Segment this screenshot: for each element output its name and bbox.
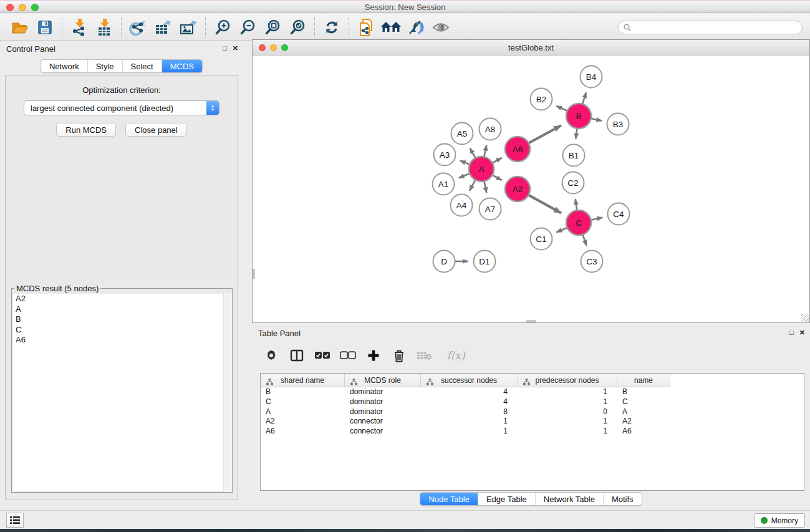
graph-edge-A-A8[interactable] <box>484 145 486 157</box>
graph-node-B1[interactable]: B1 <box>563 145 585 167</box>
table-cell[interactable]: 8 <box>421 407 518 417</box>
table-cell[interactable]: 1 <box>518 387 617 397</box>
search-field[interactable] <box>618 21 803 34</box>
resize-grip[interactable] <box>801 314 809 322</box>
table-cell[interactable]: 1 <box>421 417 518 427</box>
export-network-button[interactable] <box>126 16 151 39</box>
column-view-button[interactable] <box>289 347 305 364</box>
graph-edge-A-A4[interactable] <box>470 180 476 191</box>
graph-edge-A6-B[interactable] <box>529 125 561 143</box>
close-window-button[interactable] <box>6 4 14 11</box>
graph-node-D1[interactable]: D1 <box>474 251 496 273</box>
mcds-result-item[interactable]: A6 <box>13 335 231 346</box>
maximize-window-button[interactable] <box>31 4 39 11</box>
graph-edge-B-B4[interactable] <box>582 92 586 104</box>
graph-node-A[interactable]: A <box>469 157 494 181</box>
graph-node-A3[interactable]: A3 <box>434 144 456 166</box>
select-all-columns-button[interactable] <box>314 347 330 364</box>
table-cell[interactable]: B <box>261 387 345 397</box>
graph-edge-A-A5[interactable] <box>470 148 476 158</box>
save-session-button[interactable] <box>32 16 57 39</box>
table-cell[interactable]: C <box>261 397 345 407</box>
graph-node-A8[interactable]: A8 <box>480 118 501 140</box>
table-cell[interactable]: dominator <box>345 407 421 417</box>
table-cell[interactable]: B <box>617 387 670 397</box>
close-panel-icon[interactable]: ✕ <box>799 329 805 336</box>
graph-edge-C-C2[interactable] <box>576 199 577 210</box>
graph-node-B2[interactable]: B2 <box>531 89 552 110</box>
result-scrollbar-track[interactable] <box>223 293 232 492</box>
table-row[interactable]: Cdominator41C <box>261 397 804 407</box>
mcds-result-item[interactable]: B <box>13 314 231 325</box>
export-table-button[interactable] <box>151 16 176 39</box>
open-session-button[interactable] <box>7 16 32 39</box>
import-table-button[interactable] <box>92 16 117 39</box>
refresh-button[interactable] <box>319 16 344 39</box>
table-cell[interactable]: A6 <box>617 427 670 437</box>
graph-node-C4[interactable]: C4 <box>608 203 630 225</box>
table-cell[interactable]: A6 <box>261 427 345 437</box>
graph-node-B4[interactable]: B4 <box>581 66 602 88</box>
export-image-button[interactable] <box>176 16 201 39</box>
float-panel-icon[interactable]: □ <box>789 329 794 336</box>
graph-node-C2[interactable]: C2 <box>562 172 584 194</box>
tab-network-table[interactable]: Network Table <box>535 493 603 505</box>
graph-edge-A2-C[interactable] <box>529 195 561 213</box>
home-button[interactable] <box>378 16 403 39</box>
table-cell[interactable]: A <box>261 407 345 417</box>
graph-node-C[interactable]: C <box>566 210 591 235</box>
graph-edge-B-B3[interactable] <box>591 118 602 121</box>
graph-node-D[interactable]: D <box>433 251 455 273</box>
network-canvas[interactable]: B4B2BB3A5A8A6A3B1AA1C2A2A4A7CC4C1C3DD1 <box>253 56 809 322</box>
column-header-mcds-role[interactable]: MCDS role <box>345 374 421 387</box>
zoom-out-button[interactable] <box>235 16 260 39</box>
zoom-fit-button[interactable] <box>260 16 285 39</box>
apply-function-button[interactable]: f(x) <box>442 347 470 364</box>
table-row[interactable]: A6connector11A6 <box>261 427 804 437</box>
table-cell[interactable]: 1 <box>518 397 617 407</box>
table-cell[interactable]: dominator <box>345 387 421 397</box>
graph-node-C1[interactable]: C1 <box>531 228 552 250</box>
graph-node-A1[interactable]: A1 <box>433 173 455 195</box>
import-network-button[interactable] <box>67 16 92 39</box>
graph-edge-C-C4[interactable] <box>591 218 603 220</box>
float-panel-icon[interactable]: □ <box>223 44 227 52</box>
graph-edge-A-A2[interactable] <box>493 175 502 180</box>
graph-node-B[interactable]: B <box>566 104 591 128</box>
close-network-button[interactable] <box>259 44 266 51</box>
table-cell[interactable]: A <box>617 407 670 417</box>
graph-edge-A-A7[interactable] <box>484 181 486 193</box>
mcds-result-item[interactable]: A2 <box>13 294 231 304</box>
memory-button[interactable]: Memory <box>754 513 805 528</box>
minimize-network-button[interactable] <box>270 44 277 51</box>
tab-node-table[interactable]: Node Table <box>420 493 478 505</box>
deselect-all-columns-button[interactable] <box>340 347 356 364</box>
task-history-button[interactable] <box>6 513 24 528</box>
graph-edge-C-C3[interactable] <box>582 235 586 246</box>
network-window-titlebar[interactable]: testGlobe.txt <box>253 40 809 56</box>
hide-graphics-details-button[interactable]: f <box>403 16 428 39</box>
graph-edge-B-B2[interactable] <box>556 106 567 111</box>
table-settings-button[interactable] <box>263 347 279 364</box>
graph-node-B3[interactable]: B3 <box>607 114 629 135</box>
table-cell[interactable]: 1 <box>518 427 617 437</box>
tab-edge-table[interactable]: Edge Table <box>478 493 535 505</box>
run-mcds-button[interactable]: Run MCDS <box>56 123 116 137</box>
table-row[interactable]: Bdominator41B <box>261 387 804 397</box>
graph-edge-A-A6[interactable] <box>493 158 502 163</box>
zoom-in-button[interactable] <box>210 16 235 39</box>
add-column-button[interactable] <box>365 347 382 364</box>
table-cell[interactable]: connector <box>345 427 421 437</box>
graph-node-A2[interactable]: A2 <box>505 177 530 201</box>
close-panel-button[interactable]: Close panel <box>125 123 187 137</box>
column-header-successor-nodes[interactable]: successor nodes <box>421 374 518 387</box>
maximize-network-button[interactable] <box>281 44 288 51</box>
mcds-result-item[interactable]: A <box>13 304 231 315</box>
close-panel-icon[interactable]: ✕ <box>233 44 238 52</box>
table-cell[interactable]: 4 <box>421 397 518 407</box>
table-cell[interactable]: A2 <box>261 417 345 427</box>
graph-edge-C-C1[interactable] <box>556 228 567 233</box>
graph-edge-A-A3[interactable] <box>460 161 470 165</box>
table-row[interactable]: A2connector11A2 <box>261 417 804 427</box>
tab-network[interactable]: Network <box>41 60 87 72</box>
